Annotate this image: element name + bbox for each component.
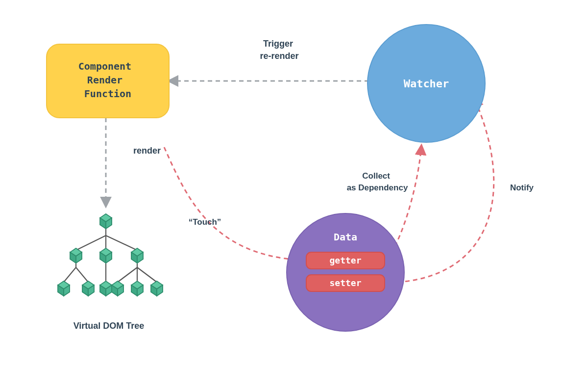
- data-getter-label: getter: [329, 255, 361, 265]
- data-label: Data: [334, 231, 357, 243]
- label-collect-line-2: as Dependency: [347, 183, 408, 192]
- node-data: Data getter setter: [287, 213, 404, 331]
- crf-line-1: Component: [78, 60, 131, 72]
- label-collect-line-1: Collect: [362, 171, 390, 181]
- virtual-dom-tree-label: Virtual DOM Tree: [74, 321, 145, 331]
- label-touch: “Touch”: [189, 217, 221, 227]
- crf-line-3: Function: [84, 88, 131, 100]
- edge-touch: [164, 147, 301, 260]
- svg-text:Collect
    as Dependency: Collect as Dependency: [347, 171, 408, 192]
- svg-text:Trigger
    re-render: Trigger re-render: [260, 39, 298, 61]
- label-render: render: [133, 146, 161, 156]
- crf-line-2: Render: [87, 74, 122, 86]
- label-trigger-line-1: Trigger: [263, 39, 293, 49]
- data-getter-pill: getter: [306, 252, 385, 269]
- data-setter-label: setter: [329, 278, 361, 288]
- label-trigger-line-2: re-render: [260, 51, 298, 61]
- node-watcher: Watcher: [368, 25, 485, 142]
- data-setter-pill: setter: [306, 275, 385, 291]
- node-component-render-function: Component Render Function: [47, 44, 169, 118]
- watcher-label: Watcher: [404, 78, 449, 90]
- node-virtual-dom-tree: Virtual DOM Tree: [58, 214, 163, 331]
- label-notify: Notify: [510, 183, 534, 192]
- svg-text:Component
      Render
      F: Component Render Function: [78, 60, 137, 100]
- reactivity-diagram: Component Render Function Watcher Data g…: [0, 0, 588, 368]
